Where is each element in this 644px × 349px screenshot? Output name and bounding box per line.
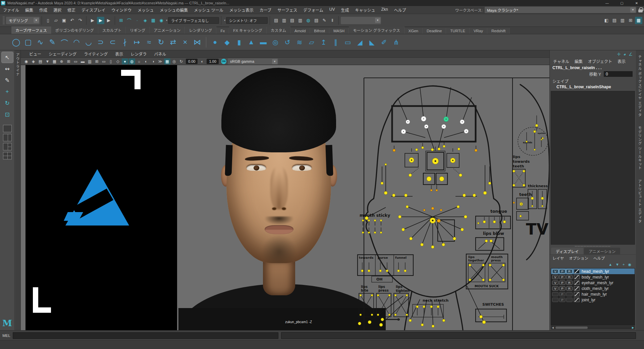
panel-menu-item[interactable]: ライティング (80, 51, 111, 57)
rig-control-dot[interactable] (490, 240, 492, 242)
rig-control-dot[interactable] (473, 194, 476, 197)
detach-curves-icon[interactable]: ⊂ (107, 36, 119, 49)
safe-action-icon[interactable]: ▭ (101, 58, 107, 64)
rig-control-dot[interactable] (397, 270, 400, 272)
select-hierarchy-icon[interactable]: ▶ (89, 17, 96, 24)
layer-name[interactable]: hair_mesh_lyr (581, 292, 607, 297)
rig-control-dot[interactable] (493, 220, 496, 223)
layer-reference-toggle[interactable]: R (566, 269, 573, 273)
layer-editor-menu-item[interactable]: オプション (569, 255, 588, 261)
birail-icon[interactable]: ∥ (330, 36, 342, 49)
layer-name[interactable]: joint_lyr (581, 298, 595, 302)
minimize-button[interactable]: — (600, 0, 614, 6)
rotate-tool[interactable]: ↻ (2, 98, 13, 108)
layer-reference-toggle[interactable]: R (566, 281, 573, 285)
chevron-down-icon[interactable]: ▼ (630, 7, 636, 12)
colorspace-selector[interactable]: sRGB gamma ▼ (228, 58, 278, 64)
rig-control-dot[interactable] (503, 220, 506, 223)
extrude-icon[interactable]: ↥ (318, 36, 330, 49)
layer-visibility-toggle[interactable]: V (552, 269, 558, 273)
rig-control-dot[interactable] (532, 205, 533, 207)
rig-control-dot[interactable] (397, 318, 400, 321)
nurbs-cylinder-icon[interactable]: ▮ (233, 36, 245, 49)
layer-color-swatch[interactable] (574, 292, 580, 296)
new-layer-from-selected-icon[interactable]: ◉ (628, 262, 631, 267)
menu-item[interactable]: Zkn (378, 7, 391, 12)
rig-control-dot[interactable] (388, 294, 390, 296)
panel-menu-item[interactable]: パネル (150, 51, 170, 57)
hypershade-icon[interactable]: ◍ (305, 17, 312, 24)
panel-menu-item[interactable]: 表示 (111, 51, 127, 57)
reverse-curve-icon[interactable]: ⇄ (167, 36, 179, 49)
rig-control-dot[interactable] (535, 124, 538, 127)
rig-control-dot[interactable] (439, 177, 444, 181)
move-layer-up-icon[interactable]: ▲ (608, 262, 612, 266)
grid-icon[interactable]: ⊞ (65, 58, 72, 64)
nurbs-square-icon[interactable]: ▢ (22, 36, 34, 49)
three-point-arc-icon[interactable]: ◠ (70, 36, 83, 49)
snap-projected-center-icon[interactable]: ◈ (142, 17, 149, 24)
ao-icon[interactable]: ◑ (150, 58, 156, 64)
rig-control-dot[interactable] (541, 197, 544, 200)
rig-control-dot[interactable] (541, 139, 542, 140)
image-plane-icon[interactable]: ▦ (51, 58, 58, 64)
layer-reference-toggle[interactable] (566, 298, 573, 302)
menu-item[interactable]: 作成 (36, 7, 50, 13)
panel-menu-item[interactable]: ビュー (25, 51, 45, 57)
rig-control-dot[interactable] (436, 189, 438, 191)
panel-menu-item[interactable]: レンダラ (127, 51, 150, 57)
snap-curve-icon[interactable]: ⌒ (125, 17, 133, 24)
lasso-select-tool[interactable]: ↭ (2, 63, 13, 74)
rig-control-dot[interactable] (438, 148, 440, 150)
workspace-selector[interactable]: Maya クラシック* ▼ (485, 7, 636, 13)
rig-control-dot[interactable] (483, 220, 486, 223)
rig-control-dot[interactable] (398, 215, 401, 218)
rig-control-dot[interactable] (457, 205, 460, 208)
close-button[interactable]: ✕ (629, 0, 644, 6)
rig-control-dot[interactable] (463, 194, 466, 197)
layer-visibility-toggle[interactable] (552, 292, 558, 296)
paint-select-tool[interactable]: ✎ (2, 75, 13, 86)
rig-control-dot[interactable] (393, 149, 395, 152)
field-chart-icon[interactable]: ⊞ (94, 58, 100, 64)
camera-attributes-icon[interactable]: ▤ (37, 58, 44, 64)
undo-icon[interactable]: ↶ (68, 17, 76, 24)
rig-control-dot[interactable] (489, 279, 491, 281)
rig-control-dot[interactable] (368, 219, 370, 221)
speed-state-icon[interactable]: ◕ (623, 52, 626, 57)
layer-playback-toggle[interactable]: P (559, 281, 566, 285)
snap-view-plane-icon[interactable]: ▦ (150, 17, 157, 24)
nurbs-cone-icon[interactable]: ▲ (245, 36, 257, 49)
layer-name[interactable]: cloth_mesh_lyr (581, 286, 609, 291)
toggle-attribute-editor-icon[interactable]: ◧ (603, 17, 610, 24)
color-management-on-badge[interactable]: ON (221, 59, 226, 64)
rig-control-dot[interactable] (461, 228, 464, 231)
layer-playback-toggle[interactable]: P (559, 298, 566, 302)
attribute-label[interactable]: 移動 Y (589, 71, 601, 77)
new-scene-icon[interactable]: ▯ (44, 17, 52, 24)
project-curve-icon[interactable]: ⋔ (390, 36, 402, 49)
live-surface-field[interactable]: ライブ サーフェスなし (168, 17, 219, 24)
rig-control-dot[interactable] (422, 147, 424, 149)
rig-control-dot[interactable] (406, 294, 408, 296)
rig-control-dot[interactable] (526, 141, 528, 143)
rig-control-dot[interactable] (431, 246, 434, 249)
paint-effects-icon[interactable]: ✎ (321, 17, 328, 24)
lock-workspace-icon[interactable] (638, 7, 643, 12)
planar-icon[interactable]: ▱ (306, 36, 318, 49)
rig-control-dot[interactable] (432, 220, 434, 221)
select-component-icon[interactable]: ▶ (105, 17, 112, 24)
shelf-tab[interactable]: リギング (126, 27, 150, 34)
scrollbar-thumb[interactable] (555, 327, 588, 329)
rig-control-dot[interactable] (480, 315, 483, 318)
rig-control-dot[interactable] (437, 306, 439, 308)
nurbs-torus-icon[interactable]: ◎ (269, 36, 281, 49)
attach-curves-icon[interactable]: ⊃ (95, 36, 107, 49)
rig-control-dot[interactable] (513, 170, 515, 172)
pause-viewport-icon[interactable]: ‖ (329, 17, 336, 24)
intersect-curves-icon[interactable]: ⋈ (191, 36, 203, 49)
rig-control-dot[interactable] (380, 219, 382, 221)
rig-control-dot[interactable] (427, 177, 431, 181)
rig-control-dot[interactable] (430, 189, 432, 191)
menu-item[interactable]: ヘルプ (391, 7, 409, 13)
